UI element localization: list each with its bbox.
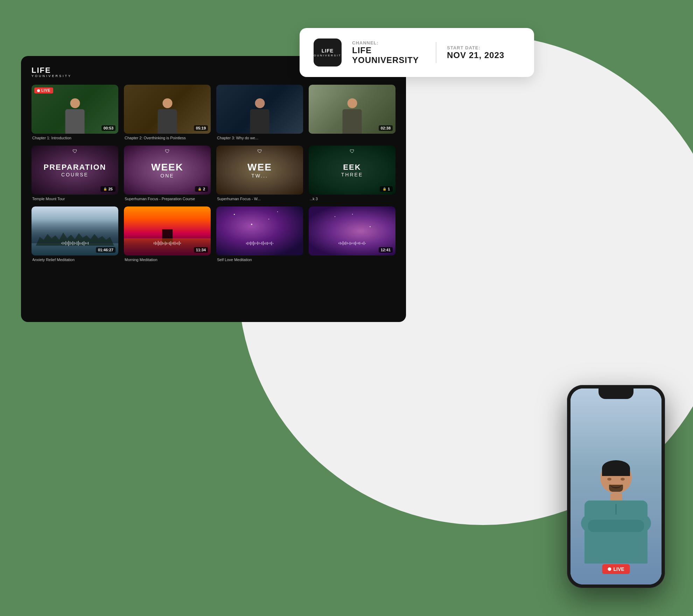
thumbnail-7: 🛡 WEE TW...	[216, 146, 303, 195]
video-title-9: Anxiety Relief Meditation	[31, 258, 118, 262]
video-title-11: Self Love Meditation	[216, 258, 303, 262]
video-card-7[interactable]: 🛡 WEE TW... Superhuman Focus - W...	[216, 146, 303, 201]
count-badge-8: 🔒 1	[380, 186, 393, 192]
video-card-6[interactable]: 🛡 WEEK ONE 🔒 2 Superhuman Focus - Prepar…	[124, 146, 211, 201]
thumbnail-9: 01:46:27	[31, 206, 118, 255]
thumbnail-6: 🛡 WEEK ONE 🔒 2	[124, 146, 211, 195]
thumbnail-3	[216, 85, 303, 134]
info-card: LIFEYOUNIVERSITY CHANNEL: LIFE YOUNIVERS…	[300, 28, 534, 77]
video-title-5: Temple Mount Tour	[31, 197, 118, 201]
video-card-8[interactable]: 🛡 EEK THREE 🔒 1 ...k 3	[309, 146, 396, 201]
thumbnail-2: 05:19	[124, 85, 211, 134]
prep-course-text: PREPARATION COURSE	[44, 163, 106, 177]
video-title-1: Chapter 1: Introduction	[31, 136, 118, 140]
phone-mockup: LIVE	[567, 385, 665, 588]
date-label: START DATE:	[447, 45, 520, 50]
phone-live-badge: LIVE	[602, 564, 630, 574]
time-badge-4: 02:38	[379, 125, 393, 131]
count-badge-6: 🔒 2	[195, 186, 208, 192]
date-info: START DATE: NOV 21, 2023	[447, 45, 520, 60]
waveform-12	[312, 240, 392, 247]
channel-logo: LIFEYOUNIVERSITY	[314, 38, 342, 66]
live-badge-1: LIVE	[34, 88, 53, 93]
thumbnail-4: 02:38	[309, 85, 396, 134]
time-badge-2: 05:19	[194, 125, 208, 131]
phone-screen: LIVE	[570, 388, 662, 584]
date-value: NOV 21, 2023	[447, 50, 520, 60]
video-card-2[interactable]: 05:19 Chapter 2: Overthinking is Pointle…	[124, 85, 211, 140]
waveform-11	[220, 240, 300, 247]
video-card-5[interactable]: 🛡 PREPARATION COURSE 🔒 25 Temple Mount T…	[31, 146, 118, 201]
video-title-7: Superhuman Focus - W...	[216, 197, 303, 201]
main-screen: LIFE YOUNIVERSITY LIVE 00:53 Chapter 1: …	[21, 56, 406, 322]
video-card-4[interactable]: 02:38	[309, 85, 396, 140]
video-card-9[interactable]: 01:46:27 Anxiety Relief Meditation	[31, 206, 118, 262]
card-divider	[436, 42, 436, 63]
video-title-10: Morning Meditation	[124, 258, 211, 262]
phone-notch	[598, 388, 634, 399]
time-badge-10: 11:34	[194, 247, 208, 253]
video-title-2: Chapter 2: Overthinking is Pointless	[124, 136, 211, 140]
logo-text: LIFEYOUNIVERSITY	[311, 48, 344, 57]
channel-info: CHANNEL: LIFE YOUNIVERSITY	[352, 40, 425, 65]
video-title-3: Chapter 3: Why do we...	[216, 136, 303, 140]
video-card-11[interactable]: Self Love Meditation	[216, 206, 303, 262]
week-three-text: EEK THREE	[341, 163, 363, 177]
phone-outer: LIVE	[567, 385, 665, 588]
video-title-6: Superhuman Focus - Preparation Course	[124, 197, 211, 201]
thumbnail-1: LIVE 00:53	[31, 85, 118, 134]
phone-person-display: LIVE	[570, 388, 662, 584]
thumbnail-12: 12:41	[309, 206, 396, 255]
thumbnail-10: 11:34	[124, 206, 211, 255]
thumbnail-8: 🛡 EEK THREE 🔒 1	[309, 146, 396, 195]
thumbnail-11	[216, 206, 303, 255]
time-badge-12: 12:41	[379, 247, 393, 253]
video-card-1[interactable]: LIVE 00:53 Chapter 1: Introduction	[31, 85, 118, 140]
channel-label: CHANNEL:	[352, 40, 425, 46]
channel-name: LIFE YOUNIVERSITY	[352, 46, 425, 65]
video-title-8: ...k 3	[309, 197, 396, 201]
week-one-text: WEEK ONE	[151, 162, 183, 178]
video-card-10[interactable]: 11:34 Morning Meditation	[124, 206, 211, 262]
thumbnail-5: 🛡 PREPARATION COURSE 🔒 25	[31, 146, 118, 195]
video-card-12[interactable]: 12:41	[309, 206, 396, 262]
week-two-text: WEE TW...	[247, 162, 272, 178]
count-badge-5: 🔒 25	[100, 186, 115, 192]
video-grid: LIVE 00:53 Chapter 1: Introduction 05:19…	[31, 85, 396, 262]
time-badge-1: 00:53	[102, 125, 115, 131]
video-card-3[interactable]: Chapter 3: Why do we...	[216, 85, 303, 140]
waveform-9	[35, 240, 115, 247]
time-badge-9: 01:46:27	[96, 247, 115, 253]
waveform-10	[127, 240, 207, 247]
